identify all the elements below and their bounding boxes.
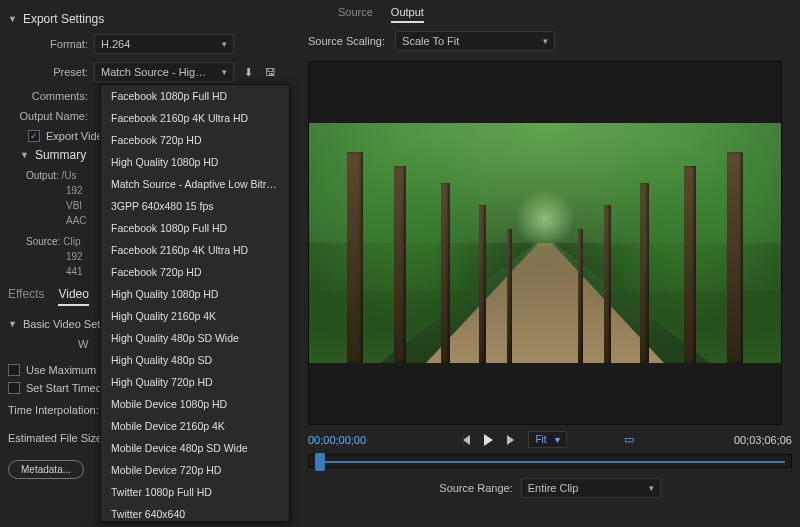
format-dropdown[interactable]: H.264 ▾ (94, 34, 234, 54)
tab-video[interactable]: Video (58, 287, 88, 306)
set-start-checkbox[interactable] (8, 382, 20, 394)
timeline-track[interactable] (308, 454, 792, 468)
source-range-row: Source Range: Entire Clip ▾ (308, 478, 792, 498)
summary-output-line: /Us (62, 170, 77, 181)
preset-label: Preset: (8, 66, 88, 78)
use-max-checkbox[interactable] (8, 364, 20, 376)
preset-menu-item[interactable]: Twitter 640x640 (101, 503, 289, 522)
aspect-icon[interactable]: ▭ (621, 432, 637, 448)
source-scaling-dropdown[interactable]: Scale To Fit ▾ (395, 31, 555, 51)
preset-toolbar: ⬇ 🖫 (240, 64, 278, 80)
preset-menu-item[interactable]: Facebook 2160p 4K Ultra HD (101, 107, 289, 129)
preset-menu-item[interactable]: Facebook 1080p Full HD (101, 85, 289, 107)
summary-source-line: 441 (66, 266, 83, 277)
format-value: H.264 (101, 38, 130, 50)
zoom-fit-dropdown[interactable]: Fit ▾ (528, 431, 566, 448)
source-range-dropdown[interactable]: Entire Clip ▾ (521, 478, 661, 498)
preset-menu-item[interactable]: Mobile Device 480p SD Wide (101, 437, 289, 459)
summary-source-line: Clip (63, 236, 80, 247)
source-scaling-row: Source Scaling: Scale To Fit ▾ (308, 31, 792, 51)
summary-output-line: VBI (66, 200, 82, 211)
est-size-label: Estimated File Size: (8, 432, 105, 444)
preset-menu-item[interactable]: Mobile Device 2160p 4K (101, 415, 289, 437)
source-scaling-label: Source Scaling: (308, 35, 385, 47)
summary-label: Summary (35, 148, 86, 162)
preset-menu-item[interactable]: High Quality 720p HD (101, 371, 289, 393)
preset-menu-item[interactable]: Facebook 720p HD (101, 129, 289, 151)
chevron-down-icon: ▼ (8, 319, 17, 329)
preset-menu-item[interactable]: Facebook 1080p Full HD (101, 217, 289, 239)
preset-row: Preset: Match Source - High bitrate ▾ ⬇ … (8, 62, 282, 82)
preset-menu-item[interactable]: High Quality 480p SD (101, 349, 289, 371)
timecode-total: 00;03;06;06 (702, 434, 792, 446)
preset-menu-item[interactable]: Twitter 1080p Full HD (101, 481, 289, 503)
preset-menu-item[interactable]: High Quality 480p SD Wide (101, 327, 289, 349)
playback-controls: Fit ▾ ▭ (406, 431, 694, 448)
comments-label: Comments: (8, 90, 88, 102)
chevron-down-icon: ▾ (222, 39, 227, 49)
preview-tabs: Source Output (308, 6, 792, 23)
play-icon[interactable] (484, 434, 493, 446)
format-label: Format: (8, 38, 88, 50)
summary-output-line: 192 (66, 185, 83, 196)
preset-menu-item[interactable]: Mobile Device 1080p HD (101, 393, 289, 415)
source-scaling-value: Scale To Fit (402, 35, 459, 47)
source-range-value: Entire Clip (528, 482, 579, 494)
preset-menu-item[interactable]: Facebook 2160p 4K Ultra HD (101, 239, 289, 261)
timeline-range (325, 461, 785, 463)
section-title: Export Settings (23, 12, 104, 26)
step-back-icon[interactable] (463, 435, 470, 445)
basic-video-label: Basic Video Setti (23, 318, 106, 330)
preset-menu-item[interactable]: High Quality 2160p 4K (101, 305, 289, 327)
preset-menu-item[interactable]: Mobile Device 720p HD (101, 459, 289, 481)
chevron-down-icon: ▾ (543, 36, 548, 46)
preview-frame (308, 61, 782, 425)
import-preset-icon[interactable]: ⬇ (240, 64, 256, 80)
time-interp-label: Time Interpolation: (8, 404, 99, 416)
preset-menu-item[interactable]: Match Source - Adaptive Low Bitrate (101, 173, 289, 195)
preset-menu-item[interactable]: Facebook 720p HD (101, 261, 289, 283)
format-row: Format: H.264 ▾ (8, 34, 282, 54)
timecode-current[interactable]: 00;00;00;00 (308, 434, 398, 446)
preset-menu[interactable]: Facebook 1080p Full HDFacebook 2160p 4K … (100, 84, 290, 522)
source-range-label: Source Range: (439, 482, 512, 494)
tab-effects[interactable]: Effects (8, 287, 44, 306)
summary-source-label: Source: (26, 236, 60, 247)
chevron-down-icon: ▼ (8, 14, 17, 24)
summary-output-line: AAC (66, 215, 87, 226)
chevron-down-icon: ▼ (20, 150, 29, 160)
metadata-button[interactable]: Metadata... (8, 460, 84, 479)
step-forward-icon[interactable] (507, 435, 514, 445)
chevron-down-icon: ▾ (555, 434, 560, 445)
save-preset-icon[interactable]: 🖫 (262, 64, 278, 80)
preview-panel: Source Output Source Scaling: Scale To F… (300, 0, 800, 527)
export-settings-header[interactable]: ▼ Export Settings (8, 12, 282, 26)
chevron-down-icon: ▾ (649, 483, 654, 493)
preview-image (309, 123, 781, 363)
preset-menu-item[interactable]: High Quality 1080p HD (101, 151, 289, 173)
tab-source[interactable]: Source (338, 6, 373, 23)
preset-dropdown[interactable]: Match Source - High bitrate ▾ (94, 62, 234, 82)
tab-output[interactable]: Output (391, 6, 424, 23)
in-point-handle[interactable] (315, 453, 325, 471)
zoom-fit-label: Fit (535, 434, 546, 445)
summary-source-line: 192 (66, 251, 83, 262)
summary-output-label: Output: (26, 170, 59, 181)
preset-menu-item[interactable]: 3GPP 640x480 15 fps (101, 195, 289, 217)
preset-menu-item[interactable]: High Quality 1080p HD (101, 283, 289, 305)
timeline-controls: 00;00;00;00 Fit ▾ ▭ 00;03;06;06 (308, 431, 792, 448)
export-video-checkbox[interactable] (28, 130, 40, 142)
preset-value: Match Source - High bitrate (101, 66, 211, 78)
output-name-label: Output Name: (8, 110, 88, 122)
chevron-down-icon: ▾ (222, 67, 227, 77)
